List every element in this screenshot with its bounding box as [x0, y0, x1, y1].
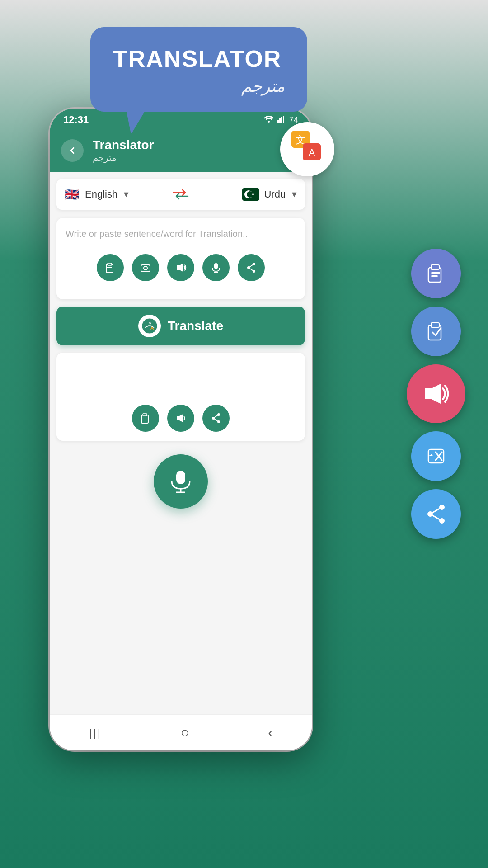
output-share-button[interactable] [202, 405, 230, 432]
input-mic-button[interactable] [202, 254, 230, 281]
target-lang-name: Urdu [264, 189, 286, 200]
bubble-subtitle: مترجم [113, 77, 285, 96]
language-selector: 🇬🇧 English ▼ [56, 179, 305, 210]
svg-line-28 [249, 264, 254, 268]
translate-icon: 文 A [138, 315, 161, 337]
svg-rect-16 [107, 267, 112, 268]
svg-rect-6 [279, 118, 281, 123]
app-icon: 文 A [291, 131, 323, 168]
svg-text:A: A [309, 147, 315, 158]
nav-recent[interactable]: ||| [89, 726, 102, 739]
paste-button[interactable] [97, 254, 124, 281]
svg-point-19 [144, 266, 147, 270]
translate-label: Translate [168, 319, 223, 333]
svg-line-57 [430, 507, 442, 514]
status-icons: 74 [264, 115, 298, 125]
translate-button[interactable]: 文 A Translate [56, 307, 305, 345]
svg-rect-34 [143, 414, 147, 416]
fab-delete-button[interactable] [411, 431, 461, 481]
svg-marker-21 [177, 264, 183, 272]
svg-rect-15 [108, 263, 112, 265]
output-actions [66, 405, 296, 432]
svg-rect-20 [144, 264, 147, 265]
input-area: Write or paste sentence/word for Transla… [56, 218, 305, 299]
input-share-button[interactable] [238, 254, 265, 281]
svg-rect-41 [176, 471, 185, 484]
svg-point-11 [247, 191, 253, 198]
fab-share-button[interactable] [411, 489, 461, 539]
svg-rect-8 [283, 116, 284, 123]
bubble-title: TRANSLATOR [113, 45, 285, 72]
header-text: Translator مترجم [93, 138, 154, 163]
header-subtitle: مترجم [93, 152, 154, 163]
phone-frame: 12:31 74 [50, 108, 312, 750]
main-mic-button[interactable] [154, 454, 208, 509]
svg-rect-46 [431, 272, 440, 274]
svg-line-58 [430, 514, 442, 521]
svg-line-39 [213, 415, 219, 418]
nav-home[interactable]: ○ [181, 724, 189, 741]
output-text [66, 362, 296, 389]
swap-languages-button[interactable] [171, 184, 191, 204]
fab-copy-button[interactable] [411, 249, 461, 298]
svg-point-4 [268, 121, 270, 123]
svg-rect-5 [277, 120, 279, 123]
target-flag [242, 188, 259, 201]
input-placeholder[interactable]: Write or paste sentence/word for Transla… [66, 227, 296, 241]
nav-back[interactable]: ‹ [268, 726, 272, 740]
svg-rect-45 [431, 265, 439, 269]
svg-rect-22 [214, 263, 218, 269]
fab-sound-button[interactable] [407, 364, 465, 423]
app-icon-circle: 文 A [280, 122, 334, 176]
svg-marker-35 [177, 414, 183, 422]
nav-bar: ||| ○ ‹ [50, 714, 312, 750]
camera-button[interactable] [132, 254, 159, 281]
output-area [56, 353, 305, 441]
target-dropdown-icon[interactable]: ▼ [290, 190, 298, 199]
source-flag: 🇬🇧 [63, 188, 80, 201]
main-content: 🇬🇧 English ▼ [50, 172, 312, 750]
header-title: Translator [93, 138, 154, 152]
battery-icon: 74 [289, 115, 298, 125]
status-time: 12:31 [63, 114, 89, 126]
source-lang-name: English [85, 189, 117, 200]
fab-container [407, 249, 465, 539]
mic-section [56, 450, 305, 513]
app-header: Translator مترجم [50, 131, 312, 172]
svg-line-40 [213, 418, 219, 422]
output-sound-button[interactable] [167, 405, 194, 432]
input-actions [66, 254, 296, 281]
wifi-icon [264, 115, 274, 125]
target-language[interactable]: Urdu ▼ [191, 188, 298, 201]
source-language[interactable]: 🇬🇧 English ▼ [63, 188, 171, 201]
svg-rect-49 [431, 323, 439, 327]
source-dropdown-icon[interactable]: ▼ [122, 190, 130, 199]
fab-paste-button[interactable] [411, 307, 461, 356]
svg-line-29 [249, 268, 254, 271]
back-button[interactable] [61, 139, 84, 162]
svg-marker-50 [425, 384, 441, 404]
speech-bubble: TRANSLATOR مترجم [90, 27, 307, 112]
status-bar: 12:31 74 [50, 108, 312, 131]
output-copy-button[interactable] [132, 405, 159, 432]
svg-rect-47 [431, 275, 438, 277]
input-sound-button[interactable] [167, 254, 194, 281]
svg-rect-17 [107, 269, 111, 269]
signal-icon [277, 115, 286, 125]
svg-rect-7 [281, 117, 282, 123]
